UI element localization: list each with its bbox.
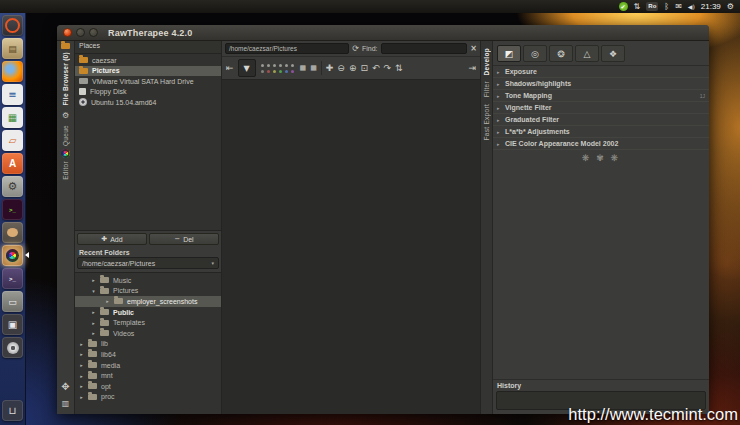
launcher-item-system-settings[interactable]: ⚙ xyxy=(2,176,23,197)
refresh-icon[interactable]: ⟳ xyxy=(352,44,359,53)
launcher-item-disc[interactable] xyxy=(2,337,23,358)
launcher-item-libreoffice-impress[interactable]: ▱ xyxy=(2,130,23,151)
session-gear-icon[interactable]: ⚙ xyxy=(727,0,734,13)
collapse-arrow-icon[interactable]: ▾ xyxy=(91,288,96,294)
launcher-item-floppy[interactable]: ▣ xyxy=(2,314,23,335)
tree-item-employer-screenshots[interactable]: ▸employer_screenshots xyxy=(75,296,221,307)
edited-filter-icon[interactable]: ▦ xyxy=(300,65,307,72)
tool-expander-graduated-filter[interactable]: ▸Graduated Filter xyxy=(493,114,709,126)
expand-arrow-icon[interactable]: ▸ xyxy=(91,330,96,336)
minimize-button[interactable] xyxy=(76,28,85,37)
app-indicator-badge[interactable]: Ro xyxy=(646,2,658,11)
thumbnail-area[interactable] xyxy=(222,80,480,414)
expand-arrow-icon[interactable]: ▸ xyxy=(79,341,84,347)
thumb-size-plus-icon[interactable]: ✚ xyxy=(326,64,334,73)
expand-arrow-icon[interactable]: ▸ xyxy=(105,298,110,304)
launcher-item-purple-terminal[interactable]: >_ xyxy=(2,268,23,289)
tab-file-browser[interactable]: File Browser (0) xyxy=(62,52,69,106)
tree-item-public[interactable]: ▸Public xyxy=(75,307,221,318)
expand-arrow-icon[interactable]: ▸ xyxy=(91,309,96,315)
rotate-left-icon[interactable]: ↶ xyxy=(372,64,380,73)
tab-advanced[interactable]: △ xyxy=(575,45,599,62)
del-place-button[interactable]: −Del xyxy=(149,233,219,245)
mail-icon[interactable]: ✉ xyxy=(675,0,682,13)
tool-expander-tone-mapping[interactable]: ▸Tone Mapping1J xyxy=(493,90,709,102)
tab-color[interactable]: ❂ xyxy=(549,45,573,62)
recent-folders-dropdown[interactable]: /home/caezsar/Pictures ▾ xyxy=(77,257,219,269)
launcher-item-libreoffice-calc[interactable]: ▦ xyxy=(2,107,23,128)
filter-funnel-button[interactable]: ▼ xyxy=(238,59,256,77)
places-item-pictures[interactable]: Pictures xyxy=(75,66,221,77)
tab-filter[interactable]: Filter xyxy=(483,81,490,97)
places-item-ubuntu-iso[interactable]: Ubuntu 15.04.amd64 xyxy=(75,97,221,108)
titlebar[interactable]: RawTherapee 4.2.0 xyxy=(57,25,709,41)
tool-expander-vignette-filter[interactable]: ▸Vignette Filter xyxy=(493,102,709,114)
tab-develop[interactable]: Develop xyxy=(483,48,490,75)
tab-transform[interactable]: ❖ xyxy=(601,45,625,62)
tab-queue[interactable]: Queue xyxy=(62,125,69,146)
places-item-caezsar[interactable]: caezsar xyxy=(75,55,221,66)
launcher-item-software-center[interactable]: A xyxy=(2,153,23,174)
expand-arrow-icon[interactable]: ▸ xyxy=(79,383,84,389)
tree-item-videos[interactable]: ▸Videos xyxy=(75,328,221,339)
launcher-item-libreoffice-writer[interactable]: ≡ xyxy=(2,84,23,105)
tool-expander-shadows-highlights[interactable]: ▸Shadows/highlights xyxy=(493,78,709,90)
bluetooth-icon[interactable]: ᛒ xyxy=(664,0,669,13)
tool-expander-cie-cam-2002[interactable]: ▸CIE Color Appearance Model 2002 xyxy=(493,138,709,150)
tab-exposure[interactable]: ◩ xyxy=(497,45,521,62)
expand-arrow-icon[interactable]: ▸ xyxy=(79,362,84,368)
expand-arrow-icon[interactable]: ▸ xyxy=(91,320,96,326)
purple-terminal-icon: >_ xyxy=(9,276,16,282)
tab-fast-export[interactable]: Fast Export xyxy=(483,104,490,141)
clock[interactable]: 21:39 xyxy=(701,2,721,11)
expand-right-icon[interactable]: ⇥ xyxy=(468,64,476,73)
tree-item-media[interactable]: ▸media xyxy=(75,360,221,371)
tree-item-lib64[interactable]: ▸lib64 xyxy=(75,349,221,360)
tree-item-music[interactable]: ▸Music xyxy=(75,275,221,286)
expand-arrow-icon[interactable]: ▸ xyxy=(79,373,84,379)
places-item-vmware-drive[interactable]: VMware Virtual SATA Hard Drive xyxy=(75,76,221,87)
add-place-button[interactable]: ✚Add xyxy=(77,233,147,245)
expand-arrow-icon[interactable]: ▸ xyxy=(91,277,96,283)
find-input[interactable] xyxy=(381,43,468,54)
zoom-out-icon[interactable]: ⊖ xyxy=(337,64,345,73)
tab-detail[interactable]: ◎ xyxy=(523,45,547,62)
tab-editor[interactable]: Editor xyxy=(62,161,69,180)
launcher-item-rawtherapee[interactable] xyxy=(2,245,23,266)
zoom-in-icon[interactable]: ⊕ xyxy=(349,64,357,73)
tool-expander-exposure[interactable]: ▸Exposure xyxy=(493,66,709,78)
close-find-icon[interactable]: × xyxy=(470,44,477,53)
tree-item-templates[interactable]: ▸Templates xyxy=(75,317,221,328)
tree-item-pictures[interactable]: ▾Pictures xyxy=(75,286,221,297)
places-item-floppy[interactable]: Floppy Disk xyxy=(75,87,221,98)
move-pan-icon[interactable]: ✥ xyxy=(61,381,69,392)
filmstrip-toggle-icon[interactable]: ▥ xyxy=(62,399,70,408)
launcher-item-files[interactable]: ▤ xyxy=(2,38,23,59)
launcher-item-gimp[interactable] xyxy=(2,222,23,243)
rank-color-filter-cluster[interactable] xyxy=(260,62,296,74)
launcher-item-printer[interactable]: ▭ xyxy=(2,291,23,312)
collapse-left-icon[interactable]: ⇤ xyxy=(226,64,234,73)
tool-expander-lab-adjustments[interactable]: ▸L*a*b* Adjustments xyxy=(493,126,709,138)
zoom-fit-icon[interactable]: ⊡ xyxy=(360,64,368,73)
flip-icon[interactable]: ⇅ xyxy=(395,64,403,73)
volume-icon[interactable]: ◀) xyxy=(688,0,695,13)
tree-item-lib[interactable]: ▸lib xyxy=(75,339,221,350)
launcher-item-terminal[interactable]: >_ xyxy=(2,199,23,220)
launcher-item-firefox[interactable] xyxy=(2,61,23,82)
maximize-button[interactable] xyxy=(89,28,98,37)
rotate-right-icon[interactable]: ↷ xyxy=(384,64,392,73)
tree-item-proc[interactable]: ▸proc xyxy=(75,392,221,403)
update-check-icon[interactable]: ✔ xyxy=(619,2,628,11)
launcher-item-trash[interactable]: ⊔ xyxy=(2,400,23,421)
close-button[interactable] xyxy=(63,28,72,37)
network-traffic-icon[interactable]: ⇅ xyxy=(634,0,641,13)
tree-item-mnt[interactable]: ▸mnt xyxy=(75,370,221,381)
path-input[interactable]: /home/caezsar/Pictures xyxy=(225,43,349,54)
expand-arrow-icon[interactable]: ▸ xyxy=(79,351,84,357)
expand-arrow-icon[interactable]: ▸ xyxy=(79,394,84,400)
desktop: ✔ ⇅ Ro ᛒ ✉ ◀) 21:39 ⚙ ▤ ≡ ▦ ▱ A ⚙ >_ >_ … xyxy=(0,0,740,425)
saved-filter-icon[interactable]: ▦ xyxy=(310,65,317,72)
launcher-item-dash-home[interactable] xyxy=(2,15,23,36)
tree-item-opt[interactable]: ▸opt xyxy=(75,381,221,392)
